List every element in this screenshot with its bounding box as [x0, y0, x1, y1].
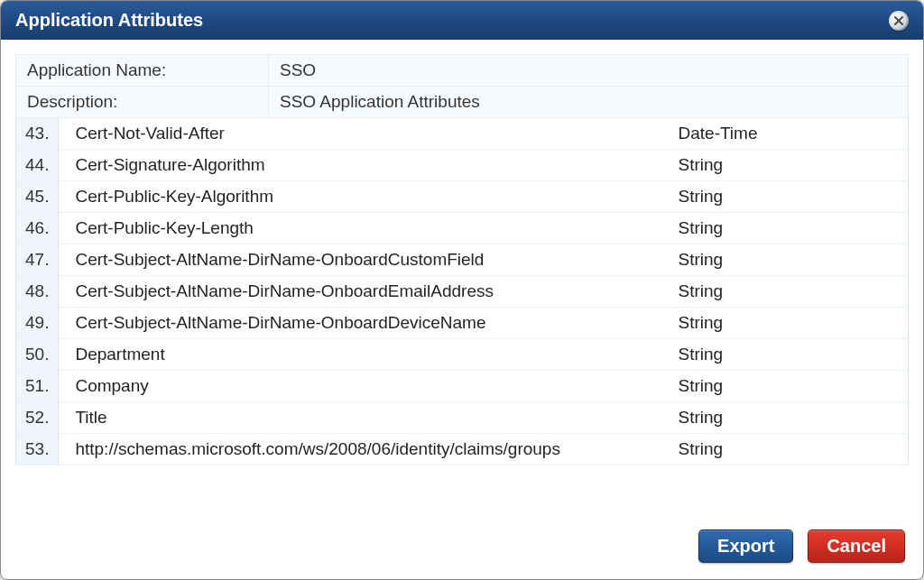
- table-row[interactable]: 51.CompanyString: [16, 371, 909, 402]
- row-number: 52.: [16, 402, 59, 434]
- table-row[interactable]: 46.Cert-Public-Key-LengthString: [16, 213, 909, 244]
- attribute-name: Cert-Subject-AltName-DirName-OnboardCust…: [59, 244, 670, 276]
- app-desc-label: Description:: [16, 87, 269, 118]
- row-number: 45.: [16, 181, 59, 213]
- row-number: 53.: [16, 434, 59, 465]
- attribute-name: Company: [59, 371, 670, 402]
- attribute-type: String: [670, 371, 909, 402]
- row-number: 47.: [16, 244, 59, 276]
- close-icon: [892, 14, 905, 27]
- close-button[interactable]: [889, 11, 909, 31]
- attribute-name: http://schemas.microsoft.com/ws/2008/06/…: [59, 434, 670, 465]
- attribute-type: String: [670, 308, 909, 339]
- attribute-type: String: [670, 434, 909, 465]
- row-number: 51.: [16, 371, 59, 402]
- cancel-button[interactable]: Cancel: [808, 529, 905, 563]
- row-number: 48.: [16, 276, 59, 308]
- table-row[interactable]: 48.Cert-Subject-AltName-DirName-OnboardE…: [16, 276, 909, 308]
- info-row-name: Application Name: SSO: [16, 55, 909, 87]
- application-attributes-dialog: Application Attributes Application Name:…: [0, 0, 924, 580]
- table-row[interactable]: 47.Cert-Subject-AltName-DirName-OnboardC…: [16, 244, 909, 276]
- table-row[interactable]: 50.DepartmentString: [16, 339, 909, 371]
- row-number: 43.: [16, 118, 59, 150]
- app-name-value: SSO: [269, 55, 909, 87]
- attribute-name: Title: [59, 402, 670, 434]
- dialog-titlebar: Application Attributes: [1, 1, 923, 40]
- attribute-name: Cert-Public-Key-Length: [59, 213, 670, 244]
- attribute-name: Department: [59, 339, 670, 371]
- attributes-table: 43.Cert-Not-Valid-AfterDate-Time44.Cert-…: [15, 118, 909, 465]
- export-button[interactable]: Export: [698, 529, 793, 563]
- table-row[interactable]: 44.Cert-Signature-AlgorithmString: [16, 150, 909, 181]
- row-number: 46.: [16, 213, 59, 244]
- table-row[interactable]: 49.Cert-Subject-AltName-DirName-OnboardD…: [16, 308, 909, 339]
- row-number: 50.: [16, 339, 59, 371]
- info-table: Application Name: SSO Description: SSO A…: [15, 54, 909, 118]
- table-row[interactable]: 45.Cert-Public-Key-AlgorithmString: [16, 181, 909, 213]
- table-row[interactable]: 43.Cert-Not-Valid-AfterDate-Time: [16, 118, 909, 150]
- attribute-type: String: [670, 276, 909, 308]
- attribute-type: Date-Time: [670, 118, 909, 150]
- row-number: 49.: [16, 308, 59, 339]
- attribute-name: Cert-Subject-AltName-DirName-OnboardDevi…: [59, 308, 670, 339]
- attribute-name: Cert-Subject-AltName-DirName-OnboardEmai…: [59, 276, 670, 308]
- attribute-type: String: [670, 402, 909, 434]
- attribute-name: Cert-Not-Valid-After: [59, 118, 670, 150]
- dialog-title: Application Attributes: [15, 10, 203, 31]
- attribute-type: String: [670, 213, 909, 244]
- row-number: 44.: [16, 150, 59, 181]
- attribute-type: String: [670, 244, 909, 276]
- app-desc-value: SSO Application Attributes: [269, 87, 909, 118]
- info-row-desc: Description: SSO Application Attributes: [16, 87, 909, 118]
- table-row[interactable]: 52.TitleString: [16, 402, 909, 434]
- attribute-type: String: [670, 181, 909, 213]
- dialog-content: Application Name: SSO Description: SSO A…: [1, 40, 923, 519]
- attribute-name: Cert-Signature-Algorithm: [59, 150, 670, 181]
- attribute-name: Cert-Public-Key-Algorithm: [59, 181, 670, 213]
- table-row[interactable]: 53.http://schemas.microsoft.com/ws/2008/…: [16, 434, 909, 465]
- app-name-label: Application Name:: [16, 55, 269, 87]
- button-bar: Export Cancel: [1, 519, 923, 579]
- attribute-type: String: [670, 150, 909, 181]
- attribute-type: String: [670, 339, 909, 371]
